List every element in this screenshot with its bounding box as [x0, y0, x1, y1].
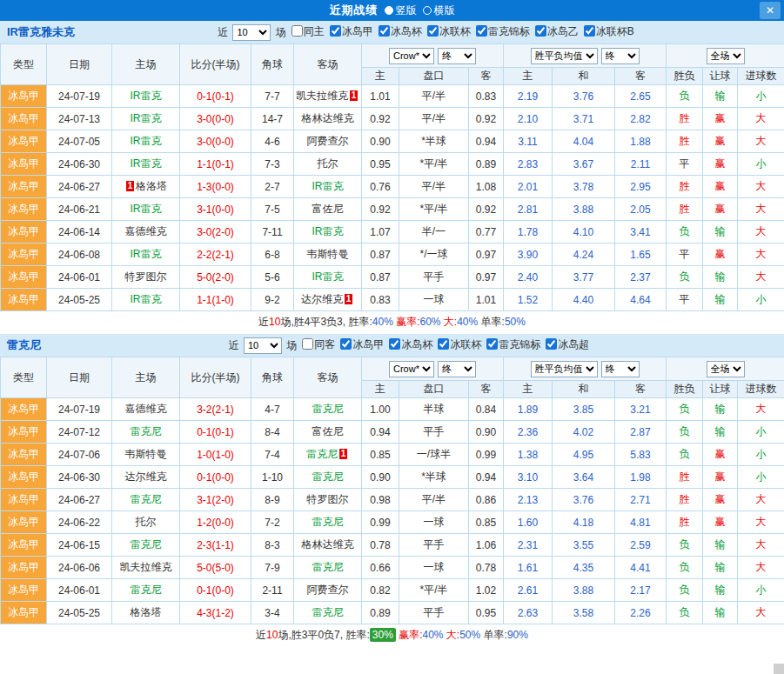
league-checkbox-label[interactable]: 冰岛乙	[530, 25, 579, 37]
match-count-select[interactable]: 10	[232, 24, 271, 41]
same-venue-checkbox[interactable]	[291, 25, 303, 37]
league-cell: 冰岛甲	[1, 266, 47, 289]
close-icon[interactable]: ✕	[760, 2, 781, 19]
league-checkbox-label[interactable]: 冰岛杯	[373, 25, 422, 37]
league-checkbox[interactable]	[584, 25, 595, 37]
league-checkbox-label[interactable]: 雷克锦标	[471, 25, 530, 37]
europe-avg-select[interactable]: 胜平负均值	[531, 361, 598, 377]
asian-handicap: 平/半	[399, 108, 469, 130]
bookmaker-select[interactable]: Crow*	[389, 48, 434, 64]
same-venue-checkbox[interactable]	[302, 338, 313, 350]
league-checkbox-label[interactable]: 冰联杯	[422, 25, 471, 37]
home-team-cell: IR雷克	[112, 108, 180, 130]
column-header: 客场	[294, 44, 362, 85]
league-checkbox[interactable]	[438, 338, 449, 350]
league-cell: 冰岛甲	[1, 85, 47, 108]
result-handicap: 赢	[703, 444, 738, 466]
team-name-text: 嘉德维克	[125, 225, 167, 237]
league-checkbox[interactable]	[486, 338, 498, 350]
layout-radio[interactable]	[385, 6, 393, 15]
result-handicap: 赢	[703, 489, 738, 511]
sub-column-header: 客	[615, 68, 667, 85]
result-goals: 大	[738, 221, 784, 244]
europe-away-odds: 2.26	[615, 602, 667, 624]
league-cell: 冰岛甲	[1, 534, 47, 557]
layout-radio-label[interactable]: 横版	[434, 4, 455, 17]
europe-final-select[interactable]: 终	[601, 48, 640, 64]
league-checkbox[interactable]	[340, 338, 352, 350]
column-header: 比分(半场)	[180, 44, 251, 85]
summary-segment: 60%	[419, 316, 440, 328]
europe-away-odds: 2.65	[615, 85, 667, 108]
layout-radio[interactable]	[423, 6, 432, 15]
league-checkbox-label[interactable]: 冰岛杯	[384, 338, 432, 350]
column-header: 类型	[1, 357, 47, 398]
sub-column-header: 让球	[703, 68, 738, 85]
same-venue-checkbox-label[interactable]: 同主	[286, 25, 325, 37]
sub-column-header: 盘口	[399, 68, 469, 85]
match-count-select[interactable]: 10	[244, 337, 282, 354]
sub-column-header: 和	[553, 68, 615, 85]
corner-cell: 7-11	[251, 221, 294, 244]
match-row: 冰岛甲24-06-01特罗图尔5-0(2-0)5-6IR雷克0.87平手0.97…	[1, 266, 784, 289]
league-checkbox[interactable]	[427, 25, 439, 37]
scope-select[interactable]: 全场	[707, 48, 745, 64]
asian-final-select[interactable]: 终	[438, 361, 476, 377]
team-name-text: 凯夫拉维克	[296, 90, 348, 102]
result-wdl: 负	[667, 444, 703, 466]
date-cell: 24-07-13	[47, 108, 112, 130]
league-cell: 冰岛甲	[1, 176, 47, 198]
bookmaker-select[interactable]: Crow*	[389, 361, 434, 377]
layout-radio-label[interactable]: 竖版	[396, 4, 417, 17]
asian-home-odds: 0.90	[362, 130, 399, 153]
league-checkbox-label[interactable]: 冰岛甲	[325, 25, 373, 37]
match-row: 冰岛甲24-07-13IR雷克3-0(0-0)14-7格林达维克0.92平/半0…	[1, 108, 784, 130]
sub-column-header: 胜负	[667, 68, 703, 85]
league-checkbox-label[interactable]: 雷克锦标	[481, 338, 540, 350]
league-checkbox[interactable]	[389, 338, 400, 350]
away-team-cell: 雷克尼	[294, 602, 362, 624]
asian-away-odds: 0.92	[469, 198, 504, 221]
scope-select[interactable]: 全场	[707, 361, 745, 377]
league-checkbox[interactable]	[535, 25, 546, 37]
europe-final-select[interactable]: 终	[601, 361, 640, 377]
date-cell: 24-07-19	[47, 85, 112, 108]
date-cell: 24-06-27	[47, 176, 112, 198]
same-venue-checkbox-label[interactable]: 同客	[297, 338, 335, 350]
score-cell: 3-1(0-0)	[180, 198, 251, 221]
europe-away-odds: 1.65	[615, 244, 667, 266]
team-name-text: 嘉德维克	[125, 403, 167, 415]
league-checkbox[interactable]	[330, 25, 341, 37]
league-checkbox-label[interactable]: 冰联杯B	[579, 25, 634, 37]
away-team-cell: 雷克尼	[294, 466, 362, 489]
red-card-badge: 1	[126, 181, 134, 191]
team-name-text: 雷克尼	[306, 448, 338, 460]
result-goals: 大	[738, 511, 784, 534]
column-header: 角球	[251, 357, 294, 398]
europe-home-odds: 2.83	[504, 153, 553, 176]
league-checkbox[interactable]	[476, 25, 487, 37]
summary-segment: 赢率:	[393, 316, 420, 328]
europe-home-odds: 3.90	[504, 244, 553, 266]
league-checkbox-label[interactable]: 冰岛超	[540, 338, 589, 350]
summary-segment: 40%	[372, 316, 393, 328]
result-handicap: 输	[703, 289, 738, 311]
asian-home-odds: 1.01	[362, 85, 399, 108]
league-checkbox[interactable]	[379, 25, 390, 37]
league-checkbox-label[interactable]: 冰联杯	[432, 338, 481, 350]
league-checkbox[interactable]	[546, 338, 557, 350]
result-wdl: 平	[667, 289, 703, 311]
date-cell: 24-06-30	[47, 153, 112, 176]
asian-final-select[interactable]: 终	[438, 48, 476, 64]
asian-home-odds: 0.98	[362, 489, 399, 511]
europe-avg-select[interactable]: 胜平负均值	[531, 48, 598, 64]
result-handicap: 输	[703, 221, 738, 244]
league-checkbox-label[interactable]: 冰岛甲	[335, 338, 384, 350]
score-cell: 1-0(1-0)	[180, 444, 251, 466]
match-row: 冰岛甲24-05-25IR雷克1-1(1-0)9-2达尔维克10.83一球1.0…	[1, 289, 784, 311]
result-handicap: 输	[703, 557, 738, 579]
summary-segment: 大:	[441, 316, 458, 328]
resize-grip[interactable]	[774, 664, 784, 674]
corner-cell: 4-7	[251, 398, 294, 421]
score-cell: 0-1(0-1)	[180, 421, 251, 444]
